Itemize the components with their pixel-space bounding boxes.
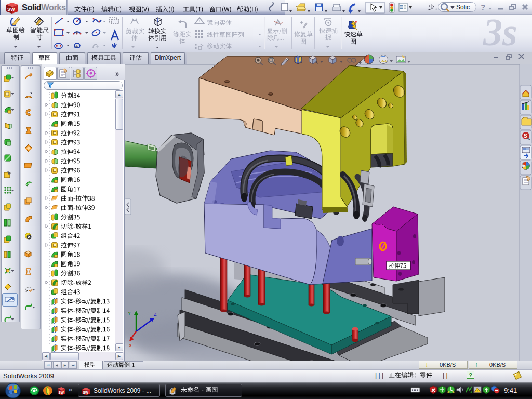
svg-text:Y: Y bbox=[128, 311, 131, 316]
svg-text:Z: Z bbox=[154, 312, 157, 317]
svg-text:!: ! bbox=[476, 389, 478, 393]
svg-text:SW: SW bbox=[59, 391, 64, 394]
svg-text:X: X bbox=[129, 343, 132, 348]
svg-text:»: » bbox=[69, 386, 72, 393]
svg-text:SW: SW bbox=[83, 391, 89, 394]
